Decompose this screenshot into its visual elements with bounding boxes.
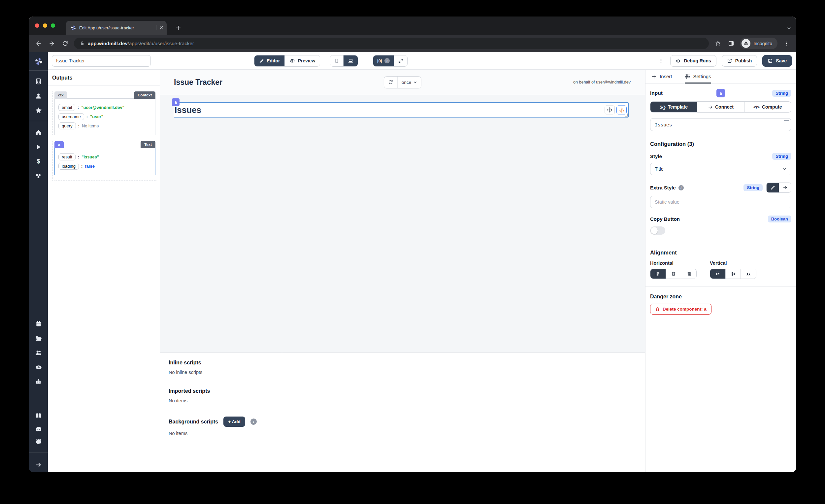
text-badge: Text: [141, 141, 155, 148]
type-chip-string: String: [772, 90, 791, 97]
collapse-arrow-icon[interactable]: [29, 457, 48, 472]
component-a-tab[interactable]: a: [55, 141, 64, 148]
bookmark-star-icon[interactable]: [714, 39, 722, 48]
info-icon: i: [250, 419, 257, 425]
output-row: email : "user@windmill.dev": [58, 104, 151, 111]
anchor-component-button[interactable]: [616, 105, 627, 115]
tab-settings[interactable]: Settings: [685, 70, 711, 83]
align-right-button[interactable]: [681, 269, 696, 279]
align-center-horizontal-button[interactable]: [666, 269, 681, 279]
delete-component-button[interactable]: Delete component: a: [650, 304, 711, 314]
editor-minimap-dash: [784, 120, 789, 121]
minimize-window-button[interactable]: [43, 23, 47, 28]
output-key[interactable]: query: [58, 123, 76, 129]
template-mode-button[interactable]: ${} Template: [651, 102, 697, 112]
close-window-button[interactable]: [35, 23, 39, 28]
connect-mode-button[interactable]: Connect: [697, 102, 744, 112]
connect-arrow-button[interactable]: [779, 183, 791, 193]
settings-panel: Insert Settings Input a String: [645, 70, 796, 472]
favorites-star-icon[interactable]: [29, 103, 48, 118]
imported-scripts-title: Imported scripts: [169, 388, 273, 394]
output-key[interactable]: result: [58, 153, 76, 160]
publish-button[interactable]: Publish: [722, 55, 757, 67]
mobile-view-button[interactable]: [330, 56, 343, 66]
tab-insert[interactable]: Insert: [652, 70, 672, 83]
align-left-button[interactable]: [651, 269, 666, 279]
close-tab-icon[interactable]: [159, 26, 163, 30]
add-background-script-button[interactable]: + Add: [223, 417, 245, 427]
component-id-badge[interactable]: a: [172, 98, 179, 106]
discord-icon[interactable]: [29, 423, 48, 435]
preview-tab[interactable]: Preview: [285, 56, 320, 66]
ctx-tab[interactable]: ctx: [55, 91, 67, 99]
robot-icon[interactable]: [29, 375, 48, 389]
align-top-button[interactable]: [710, 269, 725, 279]
refresh-button[interactable]: [384, 77, 397, 88]
side-panel-icon[interactable]: [727, 39, 735, 48]
output-key[interactable]: email: [58, 104, 75, 111]
style-select[interactable]: Title: [650, 163, 791, 175]
copy-button-toggle[interactable]: [650, 226, 665, 235]
component-outline-button[interactable]: |0| i: [373, 56, 394, 66]
tab-search-chevron-icon[interactable]: [787, 26, 791, 31]
incognito-label: Incognito: [753, 41, 772, 46]
home-icon[interactable]: [29, 125, 48, 140]
browser-tab[interactable]: Edit App u/user/issue-tracker: [66, 21, 167, 34]
background-scripts-empty: No items: [169, 431, 273, 436]
align-center-vertical-button[interactable]: [725, 269, 741, 279]
static-edit-button[interactable]: [767, 183, 779, 193]
app-canvas[interactable]: Issue Tracker once on behalf of: [160, 70, 645, 352]
back-icon[interactable]: [34, 39, 43, 48]
vertical-label: Vertical: [710, 261, 756, 266]
align-bottom-button[interactable]: [741, 269, 756, 279]
groups-users-icon[interactable]: [29, 346, 48, 360]
fullscreen-button[interactable]: [394, 56, 407, 66]
address-bar[interactable]: app.windmill.dev/apps/edit/u/user/issue-…: [74, 38, 709, 49]
new-tab-button[interactable]: [173, 23, 183, 32]
maximize-window-button[interactable]: [51, 23, 55, 28]
output-key[interactable]: username: [58, 113, 84, 120]
forward-icon[interactable]: [48, 39, 56, 48]
browser-url-bar: app.windmill.dev/apps/edit/u/user/issue-…: [29, 34, 796, 52]
docs-book-icon[interactable]: [29, 408, 48, 423]
window-controls[interactable]: [35, 23, 55, 28]
resources-boxes-icon[interactable]: [29, 169, 48, 183]
chevron-down-icon: [782, 167, 787, 171]
save-button[interactable]: Save: [762, 55, 792, 67]
editor-tab[interactable]: Editor: [254, 56, 285, 66]
input-mode-toggle: ${} Template Connect </> Compute: [650, 101, 791, 113]
reload-icon[interactable]: [61, 39, 69, 48]
browser-menu-icon[interactable]: [782, 39, 791, 48]
alignment-title: Alignment: [650, 249, 791, 256]
browser-tab-strip: Edit App u/user/issue-tracker: [29, 16, 796, 34]
output-section-ctx: ctx Context email : "user@windmill.dev" …: [55, 91, 155, 135]
output-key[interactable]: loading: [58, 163, 79, 170]
folders-icon[interactable]: [29, 331, 48, 346]
runs-play-icon[interactable]: [29, 140, 48, 154]
horizontal-label: Horizontal: [650, 261, 697, 266]
compute-mode-button[interactable]: </> Compute: [744, 102, 791, 112]
template-value-editor[interactable]: Issues: [650, 118, 791, 131]
device-toggle: [330, 55, 358, 67]
desktop-view-button[interactable]: [343, 56, 358, 66]
windmill-logo[interactable]: [29, 52, 48, 70]
output-value: "user@windmill.dev": [81, 105, 124, 110]
component-id-chip: a: [717, 89, 725, 97]
output-row: result : "Issues": [58, 153, 151, 160]
workspace-icon[interactable]: [29, 74, 48, 88]
refresh-mode-dropdown[interactable]: once: [397, 77, 421, 88]
schedules-calendar-icon[interactable]: [29, 316, 48, 331]
app-name-input[interactable]: [52, 55, 151, 67]
user-icon[interactable]: [29, 88, 48, 103]
extra-style-input[interactable]: [650, 196, 791, 208]
incognito-badge[interactable]: Incognito: [740, 38, 777, 49]
move-component-handle[interactable]: [605, 105, 615, 115]
variables-dollar-icon[interactable]: $: [29, 154, 48, 169]
github-icon[interactable]: [29, 435, 48, 448]
text-component[interactable]: Issues: [174, 102, 629, 118]
type-chip-string: String: [744, 184, 763, 191]
scripts-empty-area: [282, 353, 645, 472]
toolbar-menu-icon[interactable]: [657, 58, 665, 63]
audit-eye-icon[interactable]: [29, 360, 48, 375]
debug-runs-button[interactable]: Debug Runs: [670, 55, 716, 67]
